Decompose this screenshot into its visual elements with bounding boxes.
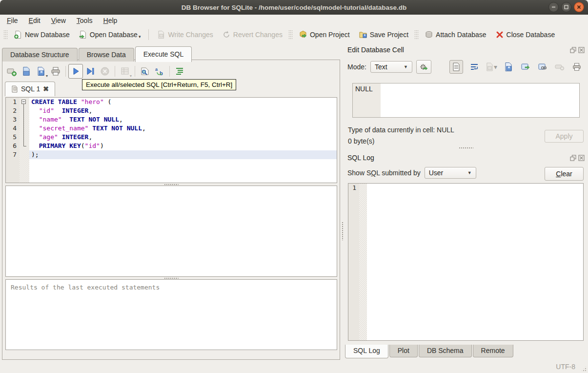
mode-combobox[interactable]: Text ▼ [370,61,412,73]
sql-toolbar: ▾ ▾ ab [4,63,187,80]
open-project-button[interactable]: Open Project [294,28,354,41]
new-sql-tab-icon[interactable] [4,64,19,79]
editor-line[interactable]: 3 "name" TEXT NOT NULL, [6,115,337,124]
editor-line[interactable]: 4 "secret_name" TEXT NOT NULL, [6,124,337,133]
apply-button[interactable]: Apply [545,130,584,143]
stop-button[interactable] [98,64,112,79]
find-icon[interactable] [138,64,152,79]
cell-mode-row: Mode: Text ▼ ▾ [347,60,585,74]
close-database-button[interactable]: Close Database [491,28,560,41]
close-database-icon [495,30,504,39]
save-project-button[interactable]: Save Project [354,28,413,41]
close-sql-tab-icon[interactable]: ✖ [43,85,49,93]
app-window: DB Browser for SQLite - /home/user/code/… [0,0,588,373]
word-wrap-icon[interactable] [468,61,480,73]
results-message-pane[interactable]: Results of the last executed statements [5,279,337,350]
results-grid[interactable] [5,186,337,277]
menu-help[interactable]: Help [99,16,122,25]
dock-tab-sql-log[interactable]: SQL Log [345,345,388,358]
sql-log-editor[interactable]: 1 [348,183,584,341]
fold-margin-cell [20,150,29,159]
float-dock-icon[interactable] [570,47,576,53]
close-dock-icon[interactable] [578,47,585,53]
editor-line[interactable]: 1 [348,184,583,192]
auto-apply-button[interactable] [416,60,431,74]
minimize-button[interactable] [548,2,559,12]
dock-splitter[interactable] [344,146,588,149]
text-mode-icon[interactable] [449,60,463,74]
new-database-button[interactable]: New Database [9,28,74,41]
fold-marker-icon [20,106,29,115]
save-sql-file-icon[interactable]: ▾ [34,64,48,79]
replace-icon[interactable]: ab [152,64,167,79]
toolbar-handle[interactable] [4,29,7,40]
menu-view[interactable]: View [46,16,71,25]
dock-tab-db-schema[interactable]: DB Schema [419,345,472,357]
attach-database-button[interactable]: Attach Database [420,28,491,41]
log-fold-margin [359,184,367,340]
combo-arrow-icon: ▼ [404,64,408,69]
import-cell-icon[interactable]: ▾ [486,61,497,73]
tab-browse-data[interactable]: Browse Data [79,48,134,62]
svg-text:b: b [160,70,163,76]
float-dock-icon[interactable] [570,155,576,161]
maximize-button[interactable] [561,2,571,12]
menu-edit[interactable]: Edit [24,16,45,25]
sql-1-tab[interactable]: SQL 1 ✖ [5,82,55,96]
editor-line[interactable]: 1CREATE TABLE "hero" ( [6,98,337,106]
execute-sql-pane: ▾ ▾ ab SQL 1 ✖ [2,60,340,360]
open-database-button[interactable]: Open Database ▾ [74,28,145,41]
open-database-icon [79,30,87,39]
save-sql-dropdown-icon[interactable]: ▾ [46,74,48,78]
print-cell-icon[interactable] [571,61,583,73]
editor-line[interactable]: 5 "age" INTEGER, [6,133,337,142]
line-number: 3 [6,115,20,124]
open-database-dropdown-icon[interactable]: ▾ [139,34,141,39]
sql-editor[interactable]: 1CREATE TABLE "hero" (2 "id" INTEGER,3 "… [5,97,337,183]
fold-marker-icon [20,133,29,142]
close-dock-icon[interactable] [578,155,585,161]
cell-null-value: NULL [355,85,373,93]
line-number: 1 [6,98,20,106]
encoding-indicator: UTF-8 [556,363,575,371]
tab-database-structure[interactable]: Database Structure [2,48,78,62]
toolbar-handle[interactable] [415,29,418,40]
editor-line[interactable]: 7); [6,150,337,159]
menu-file[interactable]: File [2,16,23,25]
toolbar-handle[interactable] [289,29,292,40]
combo-arrow-icon: ▼ [467,170,472,175]
log-filter-value: User [429,169,444,177]
log-filter-combobox[interactable]: User ▼ [425,167,476,179]
execute-all-button[interactable] [68,64,83,79]
dock-tab-plot[interactable]: Plot [389,345,418,357]
log-filter-label: Show SQL submitted by [347,169,421,177]
revert-changes-button[interactable]: Revert Changes [218,28,287,41]
link-icon[interactable] [537,61,548,73]
menu-tools[interactable]: Tools [72,16,98,25]
dock-tab-remote[interactable]: Remote [473,345,513,357]
write-changes-button[interactable]: Write Changes [152,28,217,41]
set-null-icon[interactable] [554,61,566,73]
format-sql-icon[interactable] [172,64,187,79]
line-number: 1 [348,184,359,192]
open-external-icon[interactable] [520,61,531,73]
open-sql-file-icon[interactable] [19,64,34,79]
open-project-label: Open Project [310,31,350,39]
tab-execute-sql[interactable]: Execute SQL [135,46,192,62]
cell-editor[interactable]: NULL [352,83,580,118]
clear-log-button[interactable]: Clear [545,167,584,181]
close-button[interactable] [574,2,584,12]
edit-cell-dock-title: Edit Database Cell [347,46,404,54]
sql-toolbar-separator [169,66,170,77]
sql-log-dock-title: SQL Log [347,154,374,162]
editor-line[interactable]: 6 PRIMARY KEY("id") [6,142,337,150]
resize-grip[interactable] [581,366,587,372]
sql-tab-label: SQL 1 [21,85,40,93]
export-results-icon[interactable]: ▾ [118,64,132,79]
print-sql-icon[interactable] [48,64,63,79]
execute-line-button[interactable] [83,64,98,79]
fold-marker-icon[interactable] [20,98,29,106]
export-cell-icon[interactable] [503,61,514,73]
line-number: 4 [6,124,20,133]
editor-line[interactable]: 2 "id" INTEGER, [6,106,337,115]
